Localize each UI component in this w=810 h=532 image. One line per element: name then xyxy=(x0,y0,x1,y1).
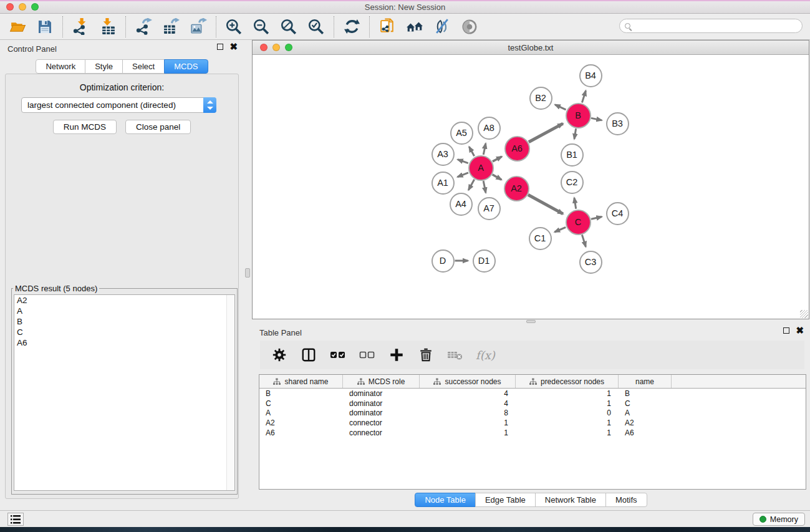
graph-node-C1[interactable]: C1 xyxy=(529,227,552,250)
memory-status-icon xyxy=(759,516,766,523)
graph-node-A5[interactable]: A5 xyxy=(450,122,473,145)
main-toolbar xyxy=(0,14,810,40)
float-panel-icon[interactable] xyxy=(783,327,789,334)
run-mcds-button[interactable]: Run MCDS xyxy=(53,120,117,134)
result-item[interactable]: A2 xyxy=(14,295,234,306)
column-header-MCDS-role[interactable]: MCDS role xyxy=(343,375,420,388)
result-item[interactable]: C xyxy=(14,327,234,337)
table-row[interactable]: Bdominator41B xyxy=(259,389,806,399)
graph-node-A3[interactable]: A3 xyxy=(432,143,455,166)
result-item[interactable]: A xyxy=(14,306,234,316)
tab-style[interactable]: Style xyxy=(85,59,123,74)
delete-table-button[interactable] xyxy=(446,346,464,364)
graph-node-D1[interactable]: D1 xyxy=(473,249,496,273)
close-panel-icon[interactable]: ✖ xyxy=(796,327,804,334)
import-network-button[interactable] xyxy=(72,18,89,36)
graph-node-A[interactable]: A xyxy=(468,155,494,181)
export-image-button[interactable] xyxy=(190,18,207,36)
tab-network[interactable]: Network xyxy=(36,59,85,74)
zoom-selected-icon xyxy=(307,18,325,36)
graph-node-A6[interactable]: A6 xyxy=(504,136,530,162)
graph-node-A2[interactable]: A2 xyxy=(504,176,529,201)
graph-node-A1[interactable]: A1 xyxy=(432,172,455,195)
result-item[interactable]: B xyxy=(14,316,234,327)
network-canvas[interactable]: B4B2BB3A8A5A6B1A3AC2A1A2A4A7C4CC1DD1C3 xyxy=(253,56,809,319)
resize-grip[interactable] xyxy=(800,310,808,318)
deselect-all-button[interactable] xyxy=(359,346,376,364)
show-hide-button[interactable] xyxy=(461,18,478,36)
column-header-shared-name[interactable]: shared name xyxy=(259,375,343,388)
graph-node-A7[interactable]: A7 xyxy=(478,197,501,220)
result-list-scrollbar[interactable] xyxy=(226,295,234,490)
open-file-button[interactable] xyxy=(9,18,26,36)
graph-node-C[interactable]: C xyxy=(566,210,591,235)
gear-icon xyxy=(272,347,287,362)
tab-network-table[interactable]: Network Table xyxy=(535,493,606,507)
graph-node-D[interactable]: D xyxy=(432,249,455,273)
column-header-predecessor-nodes[interactable]: predecessor nodes xyxy=(516,375,619,388)
criterion-dropdown[interactable]: largest connected component (directed) xyxy=(21,97,216,113)
horizontal-splitter[interactable] xyxy=(252,319,810,324)
graph-node-B[interactable]: B xyxy=(566,103,591,128)
node-table[interactable]: shared nameMCDS rolesuccessor nodesprede… xyxy=(259,374,806,490)
network-from-selection-button[interactable] xyxy=(378,18,396,36)
export-network-button[interactable] xyxy=(135,18,152,36)
column-header-name[interactable]: name xyxy=(619,375,672,388)
close-panel-button[interactable]: Close panel xyxy=(125,120,191,134)
result-item[interactable]: A6 xyxy=(14,337,234,348)
table-row[interactable]: Cdominator41C xyxy=(259,399,806,409)
tab-edge-table[interactable]: Edge Table xyxy=(475,493,536,507)
export-table-icon xyxy=(163,18,180,35)
graph-node-A8[interactable]: A8 xyxy=(478,117,501,140)
search-field[interactable] xyxy=(619,19,803,33)
table-row[interactable]: Adominator80A xyxy=(259,409,806,418)
zoom-in-button[interactable] xyxy=(225,18,243,36)
column-header-successor-nodes[interactable]: successor nodes xyxy=(420,375,516,388)
select-all-button[interactable] xyxy=(329,346,347,364)
column-view-button[interactable] xyxy=(300,346,317,364)
import-table-button[interactable] xyxy=(99,18,117,36)
function-builder-button[interactable]: f(x) xyxy=(476,349,495,362)
zoom-out-button[interactable] xyxy=(253,18,270,36)
graph-node-B2[interactable]: B2 xyxy=(529,87,552,110)
delete-column-button[interactable] xyxy=(417,346,435,364)
vertical-splitter[interactable] xyxy=(244,40,252,510)
add-column-button[interactable] xyxy=(388,346,405,364)
table-settings-button[interactable] xyxy=(271,346,288,364)
hide-style-button[interactable] xyxy=(433,18,451,36)
save-session-button[interactable] xyxy=(36,18,54,36)
search-icon xyxy=(625,23,630,29)
graph-node-B3[interactable]: B3 xyxy=(606,112,629,135)
home-button[interactable] xyxy=(406,18,423,36)
tab-node-table[interactable]: Node Table xyxy=(415,493,476,507)
graph-node-C2[interactable]: C2 xyxy=(561,171,584,194)
splitter-handle[interactable] xyxy=(526,320,536,323)
table-cell: 1 xyxy=(516,399,619,408)
dropdown-stepper-icon xyxy=(203,97,216,113)
zoom-selected-button[interactable] xyxy=(307,18,325,36)
splitter-handle[interactable] xyxy=(245,268,250,278)
delete-table-icon xyxy=(447,347,463,363)
tab-select[interactable]: Select xyxy=(122,59,165,74)
graph-node-B1[interactable]: B1 xyxy=(561,143,584,167)
document-network-icon xyxy=(379,18,396,35)
graph-node-B4[interactable]: B4 xyxy=(579,64,602,87)
zoom-fit-button[interactable] xyxy=(280,18,297,36)
tab-mcds[interactable]: MCDS xyxy=(164,59,208,74)
table-row[interactable]: A2connector11A2 xyxy=(259,418,806,428)
tab-motifs[interactable]: Motifs xyxy=(605,493,647,507)
memory-button[interactable]: Memory xyxy=(753,513,805,526)
export-table-button[interactable] xyxy=(162,18,180,36)
search-input[interactable] xyxy=(630,20,802,32)
float-panel-icon[interactable] xyxy=(217,44,223,50)
task-history-button[interactable] xyxy=(7,513,24,526)
graph-node-C4[interactable]: C4 xyxy=(606,202,629,225)
table-row[interactable]: A6connector11A6 xyxy=(259,428,806,438)
criterion-selected-value: largest connected component (directed) xyxy=(22,100,203,110)
close-panel-icon[interactable]: ✖ xyxy=(229,44,238,50)
graph-node-A4[interactable]: A4 xyxy=(450,193,473,216)
refresh-button[interactable] xyxy=(343,18,360,36)
mcds-result-list[interactable]: A2ABCA6 xyxy=(14,294,235,491)
graph-node-C3[interactable]: C3 xyxy=(579,251,602,274)
table-cell: 1 xyxy=(420,428,516,437)
